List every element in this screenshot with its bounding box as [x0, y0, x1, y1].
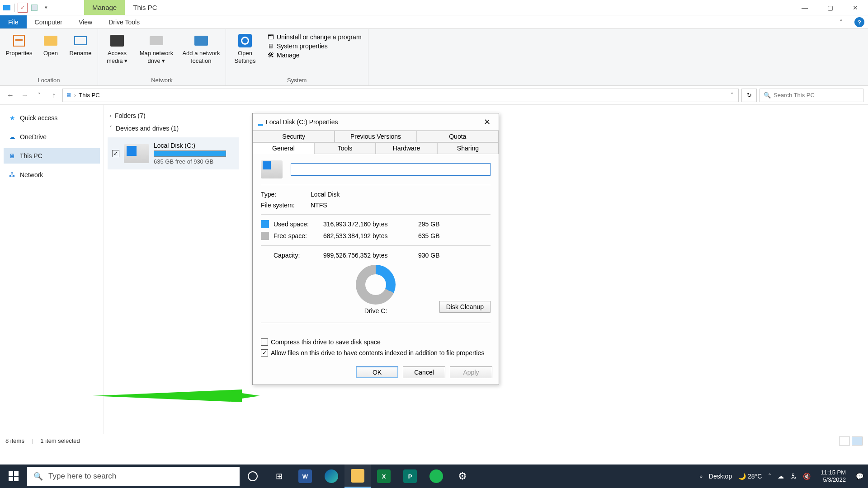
- ribbon: Properties Open Rename Location Accessme…: [0, 29, 868, 86]
- properties-button[interactable]: Properties: [3, 31, 35, 56]
- refresh-button[interactable]: ↻: [741, 89, 757, 102]
- notifications-icon[interactable]: 💬: [856, 473, 863, 480]
- disk-cleanup-button[interactable]: Disk Cleanup: [439, 301, 491, 313]
- tab-hardware[interactable]: Hardware: [376, 142, 437, 154]
- network-location-icon: [193, 33, 209, 49]
- tab-sharing[interactable]: Sharing: [437, 142, 499, 154]
- taskbar-search[interactable]: 🔍 Type here to search: [27, 467, 240, 486]
- drive-checkbox[interactable]: ✓: [112, 150, 119, 157]
- compress-checkbox-row[interactable]: Compress this drive to save disk space: [261, 337, 491, 347]
- computer-tab[interactable]: Computer: [27, 15, 71, 28]
- spotify-app-button[interactable]: [423, 465, 449, 488]
- selected-count: 1 item selected: [40, 437, 80, 444]
- free-space-gb: 635 GB: [418, 232, 439, 239]
- group-system-label: System: [229, 76, 365, 85]
- search-icon: 🔍: [33, 472, 43, 481]
- access-media-button[interactable]: Accessmedia ▾: [101, 31, 133, 64]
- apply-button[interactable]: Apply: [450, 366, 492, 378]
- overflow-chevron-icon[interactable]: »: [700, 474, 703, 479]
- onedrive-tray-icon[interactable]: ☁: [778, 473, 784, 480]
- sidebar-item-quick-access[interactable]: ★Quick access: [4, 110, 100, 126]
- map-network-drive-button[interactable]: Map networkdrive ▾: [136, 31, 177, 64]
- address-dropdown[interactable]: ˅: [729, 92, 736, 99]
- checkbox-icon[interactable]: ✓: [18, 3, 28, 13]
- tab-previous-versions[interactable]: Previous Versions: [335, 131, 416, 142]
- used-color-swatch: [261, 220, 269, 228]
- edge-app-button[interactable]: [318, 465, 344, 488]
- sidebar-item-network[interactable]: 🖧Network: [4, 167, 100, 183]
- uninstall-program-link[interactable]: 🗔Uninstall or change a program: [268, 33, 362, 41]
- cortana-button[interactable]: [240, 465, 266, 488]
- tab-general[interactable]: General: [253, 142, 314, 154]
- title-bar: ✓ ▾ Manage This PC — ▢ ✕: [0, 0, 868, 15]
- checkbox-unchecked-icon[interactable]: [261, 338, 268, 346]
- tab-quota[interactable]: Quota: [417, 131, 499, 142]
- add-network-location-button[interactable]: Add a networklocation: [179, 31, 223, 64]
- type-label: Type:: [261, 191, 311, 198]
- checkbox-checked-icon[interactable]: ✓: [261, 349, 268, 357]
- media-icon: [109, 33, 125, 49]
- drive-name-input[interactable]: [291, 163, 491, 176]
- filesystem-label: File system:: [261, 202, 311, 209]
- clock[interactable]: 11:15 PM 5/3/2022: [817, 469, 849, 484]
- drive-icon: [261, 160, 283, 178]
- new-folder-icon[interactable]: [29, 3, 39, 13]
- settings-app-button[interactable]: ⚙: [449, 465, 476, 488]
- sidebar-item-onedrive[interactable]: ☁OneDrive: [4, 129, 100, 145]
- volume-muted-icon[interactable]: 🔇: [803, 473, 811, 480]
- search-input[interactable]: 🔍 Search This PC: [760, 89, 863, 102]
- drive-item-local-disk-c[interactable]: ✓ Local Disk (C:) 635 GB free of 930 GB: [108, 137, 239, 169]
- capacity-bytes: 999,526,756,352 bytes: [323, 252, 414, 259]
- qat-dropdown[interactable]: ▾: [41, 3, 51, 13]
- large-icons-view-button[interactable]: [852, 436, 863, 446]
- manage-link[interactable]: 🛠Manage: [268, 52, 362, 59]
- open-settings-button[interactable]: OpenSettings: [229, 31, 261, 64]
- minimize-button[interactable]: —: [792, 0, 817, 15]
- collapse-ribbon-button[interactable]: ˄: [831, 15, 851, 28]
- cancel-button[interactable]: Cancel: [403, 366, 445, 378]
- start-button[interactable]: [0, 465, 27, 488]
- ok-button[interactable]: OK: [356, 366, 398, 378]
- word-app-button[interactable]: W: [292, 465, 318, 488]
- weather-widget[interactable]: 🌙 28°C: [738, 473, 762, 480]
- dialog-title: Local Disk (C:) Properties: [266, 118, 338, 126]
- excel-app-button[interactable]: X: [371, 465, 397, 488]
- rename-button[interactable]: Rename: [66, 31, 95, 56]
- used-space-label: Used space:: [274, 221, 319, 228]
- desktop-toolbar-label[interactable]: Desktop: [709, 473, 732, 480]
- gear-icon: ⚙: [458, 470, 467, 482]
- recent-locations-dropdown[interactable]: ˅: [33, 89, 45, 101]
- drive-free-label: 635 GB free of 930 GB: [154, 158, 226, 165]
- filesystem-value: NTFS: [311, 202, 327, 209]
- task-view-button[interactable]: ⊞: [266, 465, 292, 488]
- address-bar[interactable]: 🖥 › This PC ˅: [62, 89, 739, 102]
- cloud-icon: ☁: [8, 133, 16, 141]
- tray-chevron-up-icon[interactable]: ˄: [768, 473, 771, 480]
- open-button[interactable]: Open: [38, 31, 63, 56]
- drive-tools-tab[interactable]: Drive Tools: [100, 15, 148, 28]
- file-tab[interactable]: File: [0, 15, 27, 28]
- publisher-app-button[interactable]: P: [397, 465, 423, 488]
- close-button[interactable]: ✕: [843, 0, 868, 15]
- help-icon[interactable]: ?: [854, 17, 864, 27]
- tab-security[interactable]: Security: [253, 131, 335, 142]
- tab-tools[interactable]: Tools: [314, 142, 376, 154]
- file-explorer-app-button[interactable]: [344, 465, 371, 488]
- dialog-close-button[interactable]: ✕: [481, 117, 493, 127]
- system-tray: » Desktop 🌙 28°C ˄ ☁ 🖧 🔇 11:15 PM 5/3/20…: [695, 469, 868, 484]
- breadcrumb[interactable]: This PC: [79, 92, 99, 99]
- maximize-button[interactable]: ▢: [817, 0, 843, 15]
- system-properties-link[interactable]: 🖥System properties: [268, 42, 362, 50]
- details-view-button[interactable]: [839, 436, 850, 446]
- index-checkbox-row[interactable]: ✓ Allow files on this drive to have cont…: [261, 347, 491, 358]
- forward-button[interactable]: →: [19, 89, 31, 101]
- svg-rect-1: [9, 471, 13, 476]
- manage-context-tab[interactable]: Manage: [84, 0, 125, 15]
- type-value: Local Disk: [311, 191, 340, 198]
- back-button[interactable]: ←: [5, 89, 16, 101]
- view-tab[interactable]: View: [71, 15, 100, 28]
- properties-dialog: ▂ Local Disk (C:) Properties ✕ Security …: [252, 113, 499, 385]
- sidebar-item-this-pc[interactable]: 🖥This PC: [4, 148, 100, 164]
- network-tray-icon[interactable]: 🖧: [790, 473, 797, 480]
- up-button[interactable]: ↑: [48, 89, 60, 101]
